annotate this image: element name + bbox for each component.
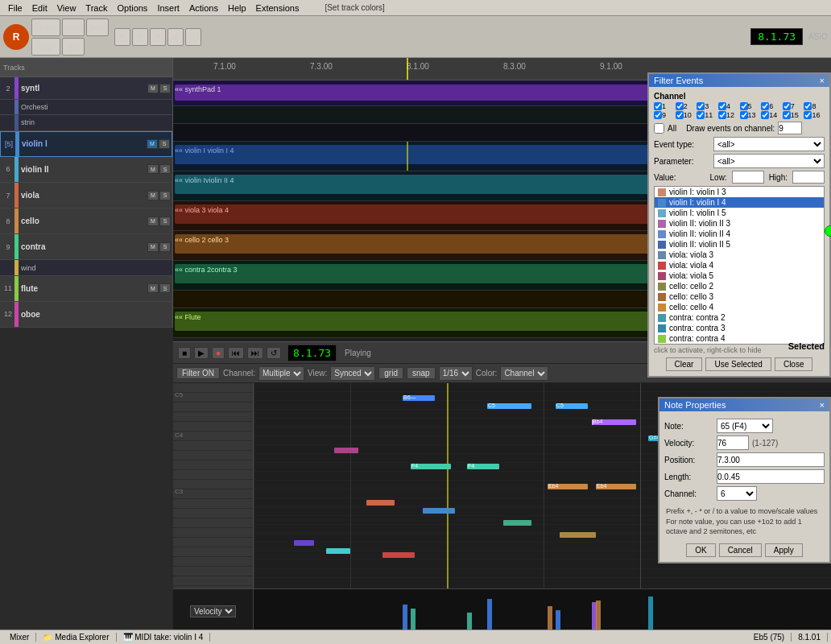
- tool-btn-4[interactable]: ⊕: [167, 28, 184, 46]
- grid-btn-pr[interactable]: grid: [378, 367, 403, 379]
- ch1[interactable]: 1: [654, 102, 675, 110]
- note-note-select[interactable]: 65 (F4): [717, 419, 773, 433]
- low-value-input[interactable]: [732, 171, 764, 184]
- note-block[interactable]: [556, 403, 588, 409]
- track-list-item[interactable]: violin II: violin II 5: [655, 239, 824, 250]
- ch11[interactable]: 11: [697, 111, 717, 119]
- filter-track-list[interactable]: violin I: violin I 3 violin I: violin I …: [654, 186, 825, 345]
- track-list-item[interactable]: viola: viola 5: [655, 270, 824, 281]
- track-list-item[interactable]: violin I: violin I 5: [655, 208, 824, 218]
- ch8[interactable]: 8: [804, 102, 825, 110]
- menu-track[interactable]: Track: [81, 3, 112, 13]
- ch12[interactable]: 12: [718, 111, 739, 119]
- velocity-type-select[interactable]: Velocity: [190, 605, 236, 617]
- note-misc6[interactable]: [294, 540, 314, 546]
- note-misc2[interactable]: [366, 500, 395, 506]
- track-list-item[interactable]: contra: contra 3: [655, 323, 824, 333]
- ch16[interactable]: 16: [804, 111, 825, 119]
- note-f4-2[interactable]: [467, 464, 499, 469]
- channel-select[interactable]: Multiple 12: [258, 366, 304, 381]
- filter-close-btn2[interactable]: Close: [775, 357, 813, 371]
- track-solo-viola[interactable]: S: [159, 191, 171, 200]
- loop-btn[interactable]: ↺: [267, 347, 281, 359]
- track-list-item[interactable]: cello: cello 2: [655, 281, 824, 291]
- grid-btn[interactable]: grid: [62, 38, 85, 56]
- track-list-item[interactable]: contra: contra 2: [655, 312, 824, 323]
- ch3[interactable]: 3: [697, 102, 717, 110]
- ch13[interactable]: 13: [740, 111, 761, 119]
- snap-btn[interactable]: snap: [31, 38, 60, 56]
- menu-extensions[interactable]: Extensions: [251, 3, 304, 13]
- track-list-item[interactable]: viola: viola 3: [655, 250, 824, 260]
- track-list-item[interactable]: violin II: violin II 3: [655, 218, 824, 229]
- menu-options[interactable]: Options: [112, 3, 152, 13]
- menu-insert[interactable]: Insert: [152, 3, 184, 13]
- menu-view[interactable]: View: [52, 3, 81, 13]
- track-list-item[interactable]: cello: cello 4: [655, 302, 824, 312]
- ch14[interactable]: 14: [761, 111, 782, 119]
- ch2[interactable]: 2: [676, 102, 697, 110]
- ch6[interactable]: 6: [761, 102, 782, 110]
- note-misc1[interactable]: [334, 448, 358, 453]
- tool-btn-1[interactable]: ✏: [114, 28, 130, 46]
- record-btn[interactable]: ●: [212, 347, 225, 359]
- event-type-select[interactable]: <all>: [713, 137, 825, 151]
- note-misc8[interactable]: [382, 552, 415, 558]
- forward-btn[interactable]: ⏭: [247, 347, 263, 359]
- note-props-close-btn[interactable]: ×: [820, 400, 825, 410]
- ch7[interactable]: 7: [783, 102, 804, 110]
- track-solo-contra[interactable]: S: [159, 242, 171, 252]
- note-length-input[interactable]: [717, 469, 825, 484]
- high-value-input[interactable]: [792, 171, 825, 184]
- track-mute-viola[interactable]: M: [147, 191, 159, 200]
- parameter-select[interactable]: <all>: [713, 154, 825, 168]
- filter-on-btn[interactable]: Filter ON: [176, 367, 220, 379]
- clear-btn[interactable]: Clear: [666, 357, 703, 371]
- track-mute-contra[interactable]: M: [147, 242, 159, 252]
- ch9[interactable]: 9: [654, 111, 675, 119]
- track-list-item[interactable]: cello: cello 3: [655, 291, 824, 302]
- tool-btn-2[interactable]: ↖: [132, 28, 148, 46]
- menu-help[interactable]: Help: [223, 3, 251, 13]
- note-misc3[interactable]: [423, 508, 455, 514]
- tool-btn-3[interactable]: ✂: [150, 28, 166, 46]
- lock-btn[interactable]: lock: [86, 19, 109, 36]
- menu-edit[interactable]: Edit: [27, 3, 52, 13]
- snap-btn-pr[interactable]: snap: [407, 367, 436, 379]
- track-solo-violin2[interactable]: S: [159, 164, 171, 174]
- rewind-btn[interactable]: ⏮: [228, 347, 244, 359]
- track-list-item[interactable]: viola: viola 4: [655, 260, 824, 270]
- note-eb4[interactable]: [548, 484, 588, 489]
- note-block[interactable]: [403, 395, 435, 401]
- track-mute-violin2[interactable]: M: [147, 164, 159, 174]
- track-solo-violin1[interactable]: S: [159, 139, 170, 149]
- note-misc5[interactable]: [560, 532, 596, 538]
- track-solo-cello[interactable]: S: [159, 217, 171, 226]
- use-selected-btn[interactable]: Use Selected: [705, 357, 771, 371]
- track-mute-synth[interactable]: M: [147, 84, 159, 93]
- ch15[interactable]: 15: [783, 111, 804, 119]
- menu-file[interactable]: File: [3, 3, 27, 13]
- swap-btn[interactable]: swap: [62, 19, 85, 36]
- color-select[interactable]: Channel: [500, 366, 548, 381]
- view-select[interactable]: Synced: [330, 366, 375, 381]
- tool-btn-5[interactable]: ⬚: [185, 28, 201, 46]
- track-list-item[interactable]: violin I: violin I 3: [655, 187, 824, 197]
- filter-close-btn[interactable]: ×: [820, 76, 825, 85]
- menu-actions[interactable]: Actions: [184, 3, 223, 13]
- note-f4[interactable]: [411, 464, 451, 469]
- track-list-item-selected[interactable]: violin I: violin I 4: [655, 197, 824, 208]
- track-mute-violin1[interactable]: M: [147, 139, 158, 149]
- note-misc4[interactable]: [503, 520, 531, 526]
- note-position-input[interactable]: [717, 452, 825, 467]
- xfade-btn[interactable]: XFade: [31, 19, 60, 36]
- ch4[interactable]: 4: [718, 102, 739, 110]
- note-bb4[interactable]: [592, 419, 636, 425]
- track-mute-flute[interactable]: M: [147, 283, 159, 293]
- statusbar-mixer[interactable]: Mixer: [3, 633, 36, 642]
- ch5[interactable]: 5: [740, 102, 761, 110]
- note-misc7[interactable]: [326, 548, 350, 554]
- note-eb4-2[interactable]: [596, 484, 636, 489]
- stop-btn[interactable]: ■: [178, 347, 191, 359]
- velocity-bars[interactable]: [254, 589, 831, 633]
